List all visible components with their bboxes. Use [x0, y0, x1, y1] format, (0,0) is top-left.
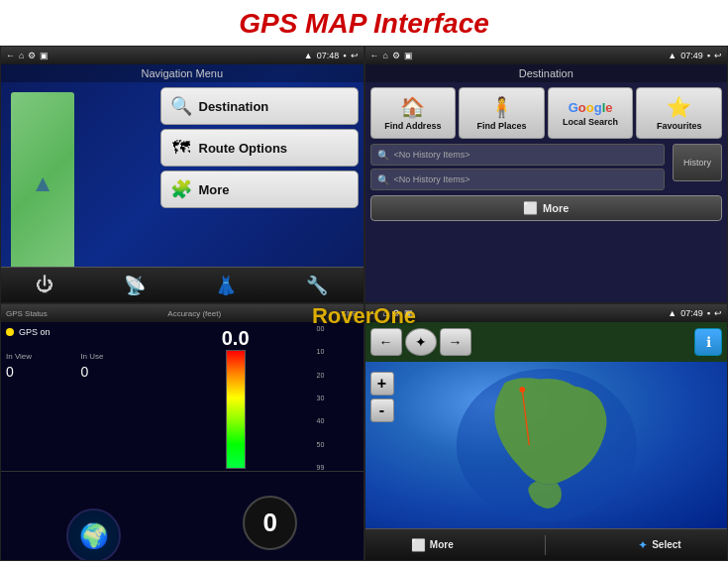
- accuracy-panel: 0.0: [157, 322, 314, 474]
- map-area: + -: [365, 362, 728, 528]
- screen-gps-status: GPS Status Accuracy (feet) SNR GPS on In…: [0, 303, 364, 561]
- back-icon-3[interactable]: ←: [370, 51, 379, 60]
- snr-20: 20: [317, 372, 361, 379]
- back-icon-2[interactable]: ↩: [351, 51, 359, 60]
- settings-icon-3[interactable]: ⚙: [392, 308, 400, 318]
- info-button[interactable]: ℹ: [694, 328, 722, 356]
- plus-icon: +: [377, 375, 386, 393]
- gps-left-panel: GPS on In View In Use 0 0: [1, 322, 157, 474]
- compass-icon: ✦: [415, 334, 427, 350]
- favourites-label: Favourites: [657, 121, 702, 131]
- route-icon: 🗺: [169, 138, 193, 159]
- signal-bars-icon[interactable]: 📡: [124, 275, 146, 296]
- more-button-3[interactable]: ⬜ More: [411, 538, 454, 552]
- battery-icon-3: ▪: [707, 308, 710, 318]
- more-button-2[interactable]: ⬜ More: [370, 195, 723, 221]
- in-view-label: In View: [6, 352, 77, 361]
- route-options-label: Route Options: [199, 141, 288, 156]
- direction-buttons: ← ✦ →: [370, 328, 471, 356]
- screen-destination: ← ⌂ ⚙ ▣ ▲ 07:49 ▪ ↩ Destination 🏠 Find A…: [364, 46, 729, 303]
- status-bar-3: GPS Status Accuracy (feet) SNR: [1, 304, 364, 322]
- find-places-button[interactable]: 🧍 Find Places: [459, 87, 545, 139]
- find-address-label: Find Address: [384, 121, 441, 131]
- zoom-out-button[interactable]: -: [370, 398, 394, 422]
- in-view-value: 0: [6, 364, 77, 380]
- back-icon-6[interactable]: ↩: [714, 308, 722, 318]
- search-small-icon-2: 🔍: [377, 174, 389, 185]
- zoom-buttons: + -: [370, 372, 394, 422]
- satellite-counts: In View In Use 0 0: [6, 352, 153, 380]
- divider: [545, 535, 546, 555]
- power-icon[interactable]: ⏻: [36, 275, 53, 295]
- in-use-value: 0: [80, 364, 152, 380]
- battery-icon: ▪: [343, 51, 346, 60]
- route-options-button[interactable]: 🗺 Route Options: [160, 129, 359, 167]
- globe-icon: 🌍: [79, 522, 109, 550]
- home-icon-3[interactable]: ⌂: [383, 308, 388, 318]
- home-icon-2[interactable]: ⌂: [383, 51, 388, 60]
- signal-icon-2: ▲: [668, 51, 676, 60]
- signal-icon: ▲: [304, 51, 313, 60]
- photo-icon-3[interactable]: ▣: [404, 308, 413, 318]
- page-title: GPS MAP Interface: [0, 0, 728, 46]
- time-1: 07:48: [317, 51, 340, 60]
- local-search-button[interactable]: Google Local Search: [548, 87, 634, 139]
- gps-dot-icon: [6, 328, 14, 336]
- home-icon[interactable]: ⌂: [19, 51, 24, 60]
- settings-icon[interactable]: ⚙: [28, 51, 36, 60]
- house-icon: 🏠: [400, 95, 425, 119]
- history-label: History: [683, 158, 711, 168]
- destination-icon: 🔍: [169, 95, 193, 117]
- settings-icon-2[interactable]: ⚙: [392, 51, 400, 60]
- history-button[interactable]: History: [673, 144, 722, 181]
- time-3: 07:49: [680, 308, 703, 318]
- map-preview: ▲: [11, 92, 74, 275]
- find-address-button[interactable]: 🏠 Find Address: [370, 87, 457, 139]
- person-icon: 🧍: [489, 95, 514, 119]
- dest-buttons-grid: 🏠 Find Address 🧍 Find Places Google Loca…: [365, 82, 728, 144]
- zoom-in-button[interactable]: +: [370, 372, 394, 396]
- radar-display: 🌍: [11, 482, 177, 561]
- select-label: Select: [652, 539, 680, 550]
- compass-button[interactable]: ✦: [405, 328, 437, 356]
- select-icon: ✦: [638, 538, 648, 552]
- wrench-icon[interactable]: 🔧: [306, 275, 328, 296]
- gps-status-label: GPS Status: [6, 309, 48, 318]
- battery-icon-2: ▪: [707, 51, 710, 60]
- arrow-left-icon: ←: [379, 334, 393, 350]
- map-arrow-icon: ▲: [31, 170, 54, 197]
- snr-panel: 00 10 20 30 40 50 99: [314, 322, 364, 474]
- nav-menu-title: Navigation Menu: [1, 64, 364, 82]
- photo-icon[interactable]: ▣: [40, 51, 49, 60]
- nav-right-button[interactable]: →: [440, 328, 471, 356]
- screen-map-view: ← ⌂ ⚙ ▣ ▲ 07:49 ▪ ↩ ← ✦ →: [364, 303, 729, 561]
- back-icon[interactable]: ←: [6, 51, 15, 60]
- more-icon-3: ⬜: [411, 538, 426, 552]
- back-icon-5[interactable]: ←: [370, 308, 379, 318]
- status-bar-4: ← ⌂ ⚙ ▣ ▲ 07:49 ▪ ↩: [365, 304, 728, 322]
- speed-display: 0 00:00: [187, 482, 354, 561]
- snr-10: 10: [317, 348, 361, 355]
- map-globe-display: + -: [365, 362, 728, 528]
- dress-icon[interactable]: 👗: [215, 275, 237, 296]
- nav-left-button[interactable]: ←: [370, 328, 402, 356]
- history-text-2: <No History Items>: [394, 174, 659, 184]
- snr-00: 00: [317, 325, 361, 332]
- time-2: 07:49: [680, 51, 703, 60]
- more-button-1[interactable]: 🧩 More: [160, 170, 359, 208]
- back-icon-4[interactable]: ↩: [714, 51, 722, 60]
- destination-label: Destination: [199, 99, 269, 114]
- destination-button[interactable]: 🔍 Destination: [160, 87, 359, 125]
- snr-40: 40: [317, 417, 361, 424]
- arrow-right-icon: →: [449, 334, 463, 350]
- select-button[interactable]: ✦ Select: [638, 538, 680, 552]
- speed-value: 0: [262, 508, 276, 538]
- photo-icon-2[interactable]: ▣: [404, 51, 413, 60]
- more-icon-1: 🧩: [169, 178, 193, 200]
- gps-on-indicator: GPS on: [6, 327, 153, 337]
- favourites-button[interactable]: ⭐ Favourites: [636, 87, 722, 139]
- time-display: 00:00: [250, 558, 290, 561]
- gps-bottom-panel: 🌍 0 00:00: [1, 471, 364, 561]
- info-icon: ℹ: [706, 334, 711, 350]
- in-use-label: In Use: [80, 352, 152, 361]
